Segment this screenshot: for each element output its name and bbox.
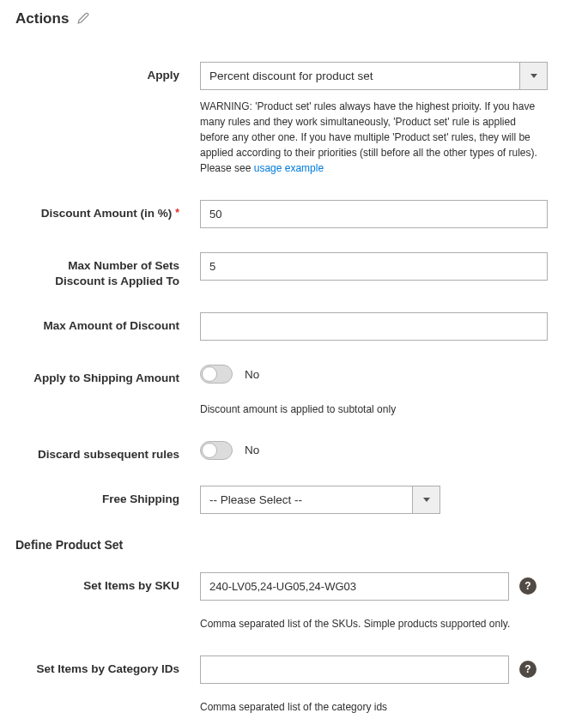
apply-select[interactable]: Percent discount for product set (200, 62, 548, 90)
sku-note: Comma separated list of the SKUs. Simple… (200, 616, 548, 631)
free-shipping-label: Free Shipping (15, 486, 200, 507)
max-amount-label: Max Amount of Discount (15, 312, 200, 334)
max-sets-label: Max Number of Sets Discount is Applied T… (15, 252, 200, 288)
discount-amount-label: Discount Amount (in %)* (15, 200, 200, 221)
edit-icon[interactable] (77, 12, 89, 27)
free-shipping-select-button[interactable] (412, 486, 440, 514)
apply-select-value: Percent discount for product set (200, 62, 548, 90)
apply-shipping-label: Apply to Shipping Amount (15, 365, 200, 386)
apply-warning-text: WARNING: 'Product set' rules always have… (200, 100, 537, 159)
free-shipping-value: -- Please Select -- (200, 486, 440, 514)
apply-shipping-value: No (245, 368, 259, 381)
apply-please-see: Please see (200, 162, 254, 174)
usage-example-link[interactable]: usage example (254, 162, 324, 174)
define-product-set-title: Define Product Set (15, 538, 573, 552)
discard-rules-label: Discard subsequent rules (15, 441, 200, 462)
apply-shipping-toggle[interactable] (200, 365, 233, 384)
help-icon[interactable]: ? (519, 661, 536, 678)
max-amount-input[interactable] (200, 312, 548, 341)
sku-label: Set Items by SKU (15, 572, 200, 594)
category-label: Set Items by Category IDs (15, 656, 200, 677)
apply-select-button[interactable] (519, 62, 548, 90)
apply-shipping-note: Discount amount is applied to subtotal o… (200, 402, 548, 417)
caret-down-icon (423, 498, 430, 502)
discard-rules-value: No (245, 444, 259, 456)
discount-amount-input[interactable] (200, 200, 548, 228)
discard-rules-toggle[interactable] (200, 441, 233, 460)
category-note: Comma separated list of the category ids (200, 699, 548, 715)
caret-down-icon (530, 74, 537, 78)
section-title: Actions (15, 10, 69, 27)
sku-input[interactable] (200, 572, 509, 601)
help-icon[interactable]: ? (519, 577, 536, 595)
required-mark: * (175, 207, 179, 219)
category-input[interactable] (200, 656, 509, 684)
apply-label: Apply (15, 62, 200, 83)
max-sets-input[interactable] (200, 252, 548, 281)
apply-warning: WARNING: 'Product set' rules always have… (200, 99, 548, 176)
free-shipping-select[interactable]: -- Please Select -- (200, 486, 440, 514)
